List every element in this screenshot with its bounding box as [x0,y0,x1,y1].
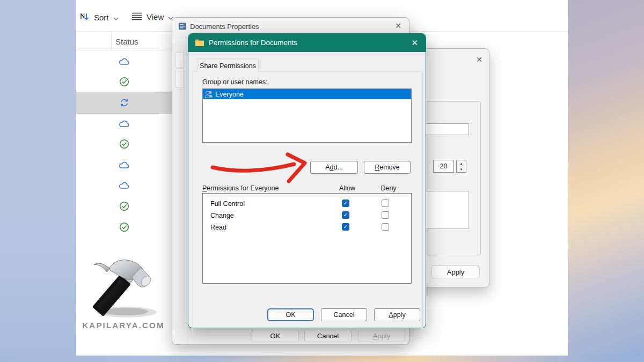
hidden-tab[interactable] [175,69,184,88]
user-limit-field[interactable]: 20 [433,160,454,173]
synced-icon [119,77,129,87]
synced-icon [119,222,129,232]
tab-share-permissions[interactable]: Share Permissions [197,58,259,72]
file-row[interactable] [76,134,172,154]
view-label: View [147,12,164,21]
share-name-field[interactable] [423,123,469,135]
cloud-icon [119,57,129,65]
sort-button[interactable]: Sort [79,12,119,23]
permission-name: Change [210,212,234,219]
close-icon[interactable]: ✕ [411,39,418,47]
allow-checkbox[interactable]: ✓ [342,200,349,207]
status-column-header[interactable]: Status [115,37,138,46]
add-button[interactable]: Add... [310,161,358,174]
titlebar[interactable]: Permissions for Documents ✕ [188,34,426,52]
properties-icon [178,22,187,33]
group-names-label: Group or user names: [202,78,268,86]
view-button[interactable]: View [131,12,173,22]
apply-button[interactable]: Apply [374,308,420,321]
deny-checkbox[interactable] [382,211,389,219]
view-icon [131,12,142,22]
permission-row: Read✓ [203,222,411,234]
chevron-down-icon [113,13,119,22]
spin-down-icon[interactable]: ▼ [457,166,466,172]
deny-checkbox[interactable] [382,200,389,207]
cloud-icon [119,181,129,189]
deny-checkbox[interactable] [382,223,389,231]
user-limit-stepper[interactable]: ▲ ▼ [456,160,466,173]
group-name: Everyone [215,91,244,98]
cloud-icon [119,161,129,169]
close-icon[interactable]: ✕ [395,22,401,29]
apply-button[interactable]: Apply [431,265,480,278]
check-icon: ✓ [343,201,348,206]
file-row[interactable] [76,175,172,196]
watermark-text: KAPILARYA.COM [80,321,166,330]
check-icon: ✓ [343,224,348,230]
remove-button[interactable]: Remove [364,161,411,174]
ok-button[interactable]: OK [267,308,314,321]
group-listbox[interactable]: Everyone [202,88,412,143]
deny-column-header: Deny [377,184,400,192]
wallpaper-right [568,0,644,362]
users-icon [204,90,214,98]
folder-icon [195,39,204,49]
close-icon[interactable]: ✕ [476,56,482,63]
cancel-button[interactable]: Cancel [321,308,367,321]
file-row[interactable] [76,92,172,113]
file-row[interactable] [76,217,172,238]
synced-icon [119,139,129,149]
permissions-caption: Permissions for Everyone [202,184,279,192]
file-row[interactable] [76,196,172,217]
group-item[interactable]: Everyone [203,89,411,99]
permission-name: Read [210,224,226,231]
desktop: Sort View Status [0,0,644,362]
file-row[interactable] [76,154,172,175]
file-row[interactable] [76,51,172,72]
file-row[interactable] [76,72,172,93]
column-divider[interactable] [111,32,112,50]
sort-icon [79,12,90,23]
header-underline [76,50,172,50]
dialog-title: Permissions for Documents [209,39,297,47]
permissions-dialog: Permissions for Documents ✕ Share Permis… [188,33,426,328]
wallpaper-bottom [0,356,644,362]
permission-name: Full Control [210,200,245,208]
check-icon: ✓ [343,212,348,218]
dialog-title: Documents Properties [190,23,259,31]
hidden-tab[interactable] [175,52,184,68]
spin-up-icon[interactable]: ▲ [457,160,466,166]
permission-row: Change✓ [203,210,411,222]
permissions-listbox[interactable]: Full Control✓Change✓Read✓ [202,193,412,284]
allow-checkbox[interactable]: ✓ [342,223,349,231]
syncing-icon [119,98,129,107]
sort-label: Sort [94,13,109,22]
allow-checkbox[interactable]: ✓ [342,211,349,219]
allow-column-header: Allow [336,184,358,192]
cloud-icon [119,120,129,128]
synced-icon [119,201,129,211]
file-list [76,51,172,237]
file-row[interactable] [76,113,172,134]
permission-row: Full Control✓ [203,198,411,210]
hammer-logo [85,248,165,325]
